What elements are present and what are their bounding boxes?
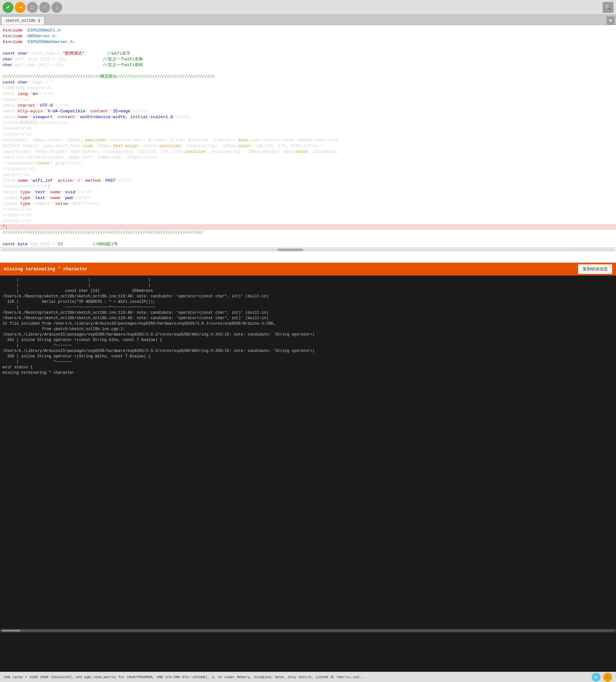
horizontal-scrollbar[interactable] bbox=[0, 247, 616, 252]
code-token: type bbox=[20, 195, 30, 201]
code-token: <input bbox=[3, 195, 20, 201]
code-line: <meta charset="UTF-8">\r\n\ bbox=[0, 103, 616, 109]
code-token: content bbox=[58, 114, 75, 120]
verify-button[interactable]: ✔ bbox=[3, 2, 14, 13]
code-token bbox=[15, 51, 18, 56]
code-line bbox=[0, 45, 616, 51]
code-token: * wifi_name = bbox=[28, 51, 63, 56]
code-token: " bbox=[85, 109, 90, 114]
code-token: : aliceblue; bbox=[308, 149, 338, 155]
code-token: ; bbox=[85, 51, 107, 56]
hscroll-track bbox=[1, 249, 615, 251]
code-token: " bbox=[53, 178, 58, 184]
code-token: lang bbox=[18, 91, 28, 97]
code-token: </body>\r\n\ bbox=[3, 212, 33, 218]
error-bar: missing terminating " character 复制错误信息 bbox=[0, 263, 616, 275]
editor: #include <ESP8266WiFi.h> #include <DNSSe… bbox=[0, 25, 616, 263]
save-button[interactable]: ↓ bbox=[51, 2, 62, 13]
search-button[interactable]: 🔍 bbox=[602, 2, 613, 13]
code-token: text bbox=[35, 195, 45, 201]
code-line: form{width: 400px;height: 350px; positio… bbox=[0, 137, 616, 143]
upload-button[interactable]: ➜ bbox=[15, 2, 26, 13]
code-line: <meta http-equiv="X-UA-Compatible" conte… bbox=[0, 109, 616, 114]
code-token: position bbox=[160, 143, 180, 149]
console-line: /Users/k./Desktop/sketch_oct18b/sketch_o… bbox=[3, 316, 613, 321]
code-token: ">\r\n\ bbox=[115, 178, 133, 184]
code-token: size bbox=[83, 143, 93, 149]
code-token: 53 bbox=[58, 242, 63, 247]
code-token: UTF-8 bbox=[40, 103, 53, 109]
console-horizontal-scrollbar[interactable] bbox=[0, 629, 616, 633]
code-line: </style>\r\n\ bbox=[0, 166, 616, 172]
console-line: 119 | Serial.println("IP ADDRESS : " + W… bbox=[3, 299, 613, 305]
code-token: type bbox=[20, 201, 30, 207]
code-token: ='submit' bbox=[30, 201, 55, 207]
code-token: </head>\r\n\ bbox=[3, 126, 33, 132]
code-token bbox=[15, 242, 18, 247]
code-token: =" bbox=[100, 178, 105, 184]
code-token: > bbox=[72, 39, 75, 45]
code-line: #include <ESP8266WebServer.h> bbox=[0, 39, 616, 45]
code-token: : relative;top: -140px; bbox=[180, 143, 238, 149]
tab-label: sketch_oct18b § bbox=[5, 19, 40, 23]
console-hscroll-thumb[interactable] bbox=[1, 630, 21, 632]
console-line: from sketch/sketch_oct18b.ino.cpp:1: bbox=[3, 326, 613, 332]
code-token: =" bbox=[28, 178, 33, 184]
open-button[interactable]: ↑ bbox=[39, 2, 50, 13]
code-line: const char* page = " bbox=[0, 79, 616, 85]
code-token: charset bbox=[18, 103, 35, 109]
code-token: char bbox=[3, 56, 13, 62]
code-token: #include bbox=[3, 33, 22, 39]
code-token: name bbox=[18, 178, 28, 184]
code-token: < bbox=[22, 39, 28, 45]
code-token: <style>\r\n\ bbox=[3, 132, 33, 137]
code-token: <h1>WIFI</h1>\r\n\ bbox=[3, 184, 47, 189]
code-token: : center; bbox=[138, 143, 160, 149]
console-line: | ~~~~~~~~~~~~~~~~~~~^~~~~~~~~~~~~~~~~~~… bbox=[3, 305, 613, 310]
code-line: <h1>WIFI</h1>\r\n\| bbox=[0, 184, 616, 189]
code-token: //wifi名字 bbox=[107, 51, 130, 56]
code-token: / bbox=[78, 178, 80, 184]
code-token: char bbox=[18, 79, 28, 85]
code-token: DNSServer.h bbox=[28, 33, 55, 39]
code-token: const bbox=[3, 242, 15, 247]
hscroll-thumb[interactable] bbox=[278, 249, 303, 251]
code-line: char wifi_pwd [64] = {0}; //定义一个wifi密码 bbox=[0, 62, 616, 68]
code-token: http-equiv bbox=[18, 109, 43, 114]
code-token: color bbox=[238, 143, 250, 149]
code-token: ///////////////////////////////////////网… bbox=[3, 74, 215, 79]
code-line: </form>\r\n\ bbox=[0, 207, 616, 212]
code-token: > bbox=[60, 28, 63, 33]
code-token: ">\r\n\ bbox=[75, 189, 93, 195]
code-token: ;user-select: none;-webkit-user-sele bbox=[248, 137, 338, 143]
code-token: en bbox=[33, 91, 38, 97]
code-token: #include bbox=[3, 39, 22, 45]
code-token: : 100px; bbox=[93, 143, 113, 149]
code-line: <title>配网测试</title>\r\n\ bbox=[0, 120, 616, 126]
statusbar: 28B cache + 32KB IRAM (balanced), Use pg… bbox=[0, 672, 616, 682]
code-token: <title>配网测试</title>\r\n\ bbox=[3, 120, 69, 126]
code-token: wifi_inf bbox=[33, 178, 53, 184]
code-token: name bbox=[50, 195, 60, 201]
code-token: input:nth-child(4){width: 100px;left: 24… bbox=[3, 155, 158, 161]
editor-tab[interactable]: sketch_oct18b § bbox=[1, 16, 44, 25]
code-line: <html lang="en">\r\n\ bbox=[0, 91, 616, 97]
code-token: ">\r\n\ bbox=[38, 91, 55, 97]
code-line: <meta name="viewport" content="width=dev… bbox=[0, 114, 616, 120]
code-token: position bbox=[85, 137, 105, 143]
code-token: </form>\r\n\ bbox=[3, 207, 33, 212]
console-line: 350 | inline String operator +(String &&… bbox=[3, 354, 613, 359]
code-token: ESP8266WebServer.h bbox=[28, 39, 72, 45]
code-token: ='保存'>\r\n\ bbox=[68, 201, 98, 207]
code-token: const bbox=[3, 79, 15, 85]
code-token: " bbox=[80, 178, 85, 184]
code-line: <style>\r\n\ bbox=[0, 132, 616, 137]
code-token: color bbox=[38, 161, 50, 166]
code-token: =" bbox=[28, 114, 33, 120]
copy-error-button[interactable]: 复制错误信息 bbox=[578, 264, 612, 274]
code-token: //DNS端口号 bbox=[93, 242, 118, 247]
toolbar: ✔ ➜ □ ↑ ↓ 🔍 bbox=[0, 0, 616, 15]
code-token: < bbox=[22, 28, 28, 33]
new-button[interactable]: □ bbox=[27, 2, 38, 13]
tab-dropdown-button[interactable]: ▼ bbox=[607, 16, 615, 25]
